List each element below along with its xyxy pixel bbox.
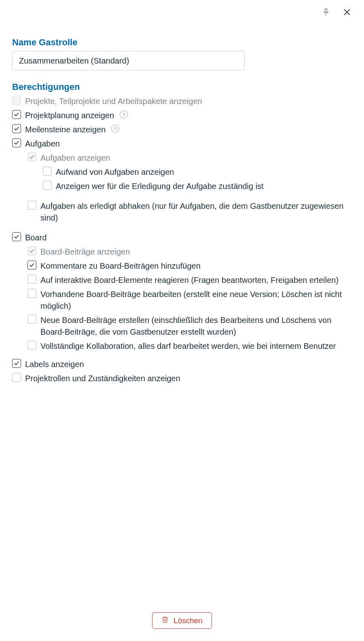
pin-icon[interactable] — [321, 7, 331, 17]
perm-tasks-label: Aufgaben — [25, 138, 60, 150]
perm-board-react-label: Auf interaktive Board-Elemente reagieren… — [40, 274, 339, 286]
checkbox-labels[interactable] — [12, 359, 21, 368]
perm-board: Board — [12, 232, 352, 244]
checkbox-board-comment[interactable] — [28, 261, 36, 270]
checkbox-roles[interactable] — [12, 373, 21, 382]
guest-role-panel: Name Gastrolle Berechtigungen Projekte, … — [0, 0, 364, 641]
checkbox-tasks[interactable] — [12, 138, 21, 147]
perm-board-comment-label: Kommentare zu Board-Beiträgen hinzufügen — [40, 260, 201, 272]
panel-footer: Löschen — [0, 612, 364, 629]
perm-tasks-view: Aufgaben anzeigen — [12, 152, 352, 164]
perm-tasks-effort: Aufwand von Aufgaben anzeigen — [12, 166, 352, 178]
perm-roles-label: Projektrollen und Zuständigkeiten anzeig… — [25, 373, 180, 384]
perm-labels-label: Labels anzeigen — [25, 359, 84, 370]
role-name-input[interactable] — [12, 51, 245, 70]
perm-tasks-view-label: Aufgaben anzeigen — [40, 152, 110, 164]
perm-board-edit-label: Vorhandene Board-Beiträge bearbeiten (er… — [40, 289, 352, 312]
close-icon[interactable] — [342, 7, 352, 17]
help-icon[interactable]: ? — [111, 125, 119, 133]
name-label: Name Gastrolle — [12, 37, 352, 48]
checkbox-tasks-view — [28, 153, 36, 161]
perm-view-planning-label: Projektplanung anzeigen — [25, 110, 114, 121]
perm-tasks-checkoff: Aufgaben als erledigt abhaken (nur für A… — [12, 200, 352, 224]
help-icon[interactable]: ? — [120, 110, 128, 119]
checkbox-board-full[interactable] — [28, 341, 36, 350]
permissions-section: Berechtigungen Projekte, Teilprojekte un… — [12, 82, 352, 384]
checkbox-view-planning[interactable] — [12, 110, 21, 119]
perm-tasks: Aufgaben — [12, 138, 352, 150]
trash-icon — [161, 616, 169, 625]
delete-button-label: Löschen — [174, 616, 203, 625]
perm-view-projects-label: Projekte, Teilprojekte und Arbeitspakete… — [25, 96, 202, 107]
perm-board-full-label: Vollständige Kollaboration, alles darf b… — [40, 340, 336, 352]
checkbox-view-projects — [12, 96, 21, 105]
perm-board-full: Vollständige Kollaboration, alles darf b… — [12, 340, 352, 352]
checkbox-board-view — [28, 246, 36, 255]
perm-labels: Labels anzeigen — [12, 359, 352, 370]
perm-view-projects: Projekte, Teilprojekte und Arbeitspakete… — [12, 96, 352, 107]
checkbox-tasks-checkoff[interactable] — [28, 201, 36, 210]
checkbox-tasks-effort[interactable] — [43, 167, 52, 176]
perm-view-milestones: Meilensteine anzeigen ? — [12, 124, 352, 136]
checkbox-view-milestones[interactable] — [12, 124, 21, 133]
perm-board-view-label: Board-Beiträge anzeigen — [40, 246, 130, 258]
perm-board-edit: Vorhandene Board-Beiträge bearbeiten (er… — [12, 289, 352, 312]
perm-view-milestones-label: Meilensteine anzeigen — [25, 124, 106, 136]
perm-board-create: Neue Board-Beiträge erstellen (einschlie… — [12, 314, 352, 338]
checkbox-board[interactable] — [12, 232, 21, 241]
panel-content: Name Gastrolle Berechtigungen Projekte, … — [12, 5, 352, 384]
perm-roles: Projektrollen und Zuständigkeiten anzeig… — [12, 373, 352, 384]
checkbox-board-create[interactable] — [28, 315, 36, 324]
perm-board-view: Board-Beiträge anzeigen — [12, 246, 352, 258]
checkbox-board-edit[interactable] — [28, 289, 36, 298]
perm-board-label: Board — [25, 232, 47, 244]
panel-top-icons — [321, 7, 352, 17]
perm-tasks-responsible-label: Anzeigen wer für die Erledigung der Aufg… — [56, 180, 264, 192]
perm-view-planning: Projektplanung anzeigen ? — [12, 110, 352, 121]
perm-board-create-label: Neue Board-Beiträge erstellen (einschlie… — [40, 314, 352, 338]
perm-tasks-responsible: Anzeigen wer für die Erledigung der Aufg… — [12, 180, 352, 192]
perm-tasks-effort-label: Aufwand von Aufgaben anzeigen — [56, 166, 174, 178]
perm-board-comment: Kommentare zu Board-Beiträgen hinzufügen — [12, 260, 352, 272]
delete-button[interactable]: Löschen — [152, 612, 212, 629]
perm-board-react: Auf interaktive Board-Elemente reagieren… — [12, 274, 352, 286]
checkbox-board-react[interactable] — [28, 275, 36, 284]
perm-tasks-checkoff-label: Aufgaben als erledigt abhaken (nur für A… — [40, 200, 352, 224]
checkbox-tasks-responsible[interactable] — [43, 181, 52, 190]
permissions-label: Berechtigungen — [12, 82, 352, 92]
